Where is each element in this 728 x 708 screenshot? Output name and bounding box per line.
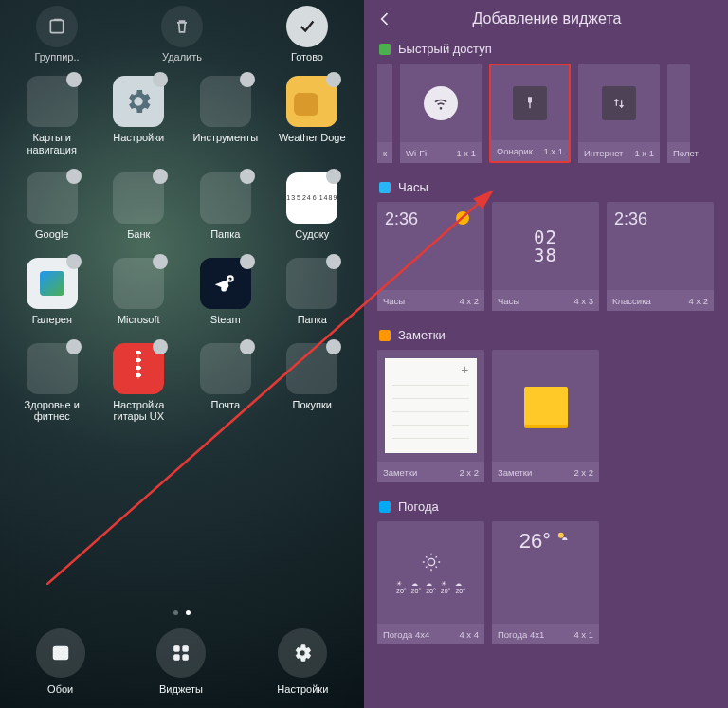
home-edit-screen: Группир.. Удалить Готово Карты и навигац… — [0, 0, 364, 708]
app-weather-doge[interactable]: Weather Doge — [272, 76, 354, 155]
widget-weather-1[interactable]: ☀20°☁20°☁20°☀20°☁20° Погода 4x44 x 4 — [377, 521, 484, 644]
app-sudoku[interactable]: 1352461489Судоку — [272, 172, 354, 241]
app-settings[interactable]: Настройки — [99, 76, 180, 155]
delete-label: Удалить — [162, 51, 202, 63]
square-icon — [379, 44, 391, 55]
app-tools[interactable]: Инструменты — [185, 76, 266, 155]
widget-airplane-cut[interactable]: Полет — [667, 64, 690, 163]
svg-point-4 — [221, 286, 227, 292]
settings-button[interactable]: Настройки — [277, 628, 328, 695]
widget-card-cut[interactable]: к — [377, 64, 392, 163]
svg-rect-7 — [183, 646, 189, 652]
svg-rect-9 — [183, 655, 189, 661]
app-guitar[interactable]: Настройка гитары UX — [99, 343, 180, 423]
widget-weather-2[interactable]: 26° Погода 4x14 x 1 — [492, 521, 599, 644]
app-steam[interactable]: Steam — [185, 258, 266, 326]
widget-picker-screen: Добавление виджета Быстрый доступ к Wi-F… — [364, 0, 728, 708]
widget-clock-3[interactable]: 2:36 Классика4 x 2 — [607, 202, 714, 311]
widget-clock-1[interactable]: 2:36 Часы4 x 2 — [377, 202, 484, 311]
done-button[interactable]: Готово — [269, 6, 345, 63]
sun-icon — [421, 552, 442, 572]
app-health[interactable]: Здоровье и фитнес — [11, 343, 93, 423]
delete-button[interactable]: Удалить — [144, 6, 220, 63]
svg-point-10 — [428, 558, 434, 565]
app-grid: Карты и навигация Настройки Инструменты … — [0, 66, 364, 423]
square-icon — [379, 330, 391, 341]
section-notes: Заметки — [364, 328, 728, 350]
note-widgets-row[interactable]: Заметки2 x 2 Заметки2 x 2 — [364, 350, 728, 499]
section-clock: Часы — [364, 180, 728, 202]
wallpaper-button[interactable]: Обои — [36, 628, 85, 695]
note-stack-icon — [524, 387, 568, 425]
app-google[interactable]: Google — [11, 172, 93, 241]
widget-flashlight[interactable]: Фонарик1 x 1 — [489, 64, 571, 163]
sun-cloud-icon — [555, 529, 572, 546]
app-gallery[interactable]: Галерея — [11, 258, 93, 326]
app-bank[interactable]: Банк — [99, 172, 180, 241]
weather-widgets-row[interactable]: ☀20°☁20°☁20°☀20°☁20° Погода 4x44 x 4 26°… — [364, 521, 728, 662]
group-label: Группир.. — [34, 51, 79, 63]
widget-note-1[interactable]: Заметки2 x 2 — [377, 350, 484, 482]
svg-rect-8 — [174, 655, 180, 661]
widget-clock-2[interactable]: 02 38 Часы4 x 3 — [492, 202, 599, 311]
group-button[interactable]: Группир.. — [19, 6, 95, 63]
widget-internet[interactable]: Интернет1 x 1 — [578, 64, 660, 163]
svg-rect-0 — [50, 20, 63, 32]
app-folder-2[interactable]: Папка — [272, 258, 354, 326]
quick-widgets-row[interactable]: к Wi-Fi1 x 1 Фонарик1 x 1 Интернет1 x 1 … — [364, 64, 728, 180]
widget-note-2[interactable]: Заметки2 x 2 — [492, 350, 599, 482]
sun-icon — [456, 211, 469, 225]
app-maps-nav[interactable]: Карты и навигация — [11, 76, 93, 155]
app-folder-1[interactable]: Папка — [185, 172, 266, 241]
svg-rect-6 — [174, 646, 180, 652]
bottom-toolbar: Обои Виджеты Настройки — [0, 621, 364, 708]
widget-picker-header: Добавление виджета — [364, 0, 728, 42]
page-indicator — [0, 605, 364, 621]
done-label: Готово — [291, 51, 323, 63]
square-icon — [379, 501, 391, 513]
app-shopping[interactable]: Покупки — [272, 343, 354, 423]
section-quick-access: Быстрый доступ — [364, 42, 728, 64]
svg-rect-1 — [54, 19, 62, 21]
section-weather: Погода — [364, 499, 728, 521]
square-icon — [379, 182, 391, 193]
widget-wifi[interactable]: Wi-Fi1 x 1 — [400, 64, 482, 163]
svg-point-11 — [559, 534, 564, 538]
clock-widgets-row[interactable]: 2:36 Часы4 x 2 02 38 Часы4 x 3 2:36 Клас… — [364, 202, 728, 328]
app-microsoft[interactable]: Microsoft — [99, 258, 180, 326]
app-mail[interactable]: Почта — [185, 343, 266, 423]
page-title: Добавление виджета — [377, 10, 717, 27]
widgets-button[interactable]: Виджеты — [156, 628, 206, 695]
top-action-bar: Группир.. Удалить Готово — [0, 0, 364, 66]
